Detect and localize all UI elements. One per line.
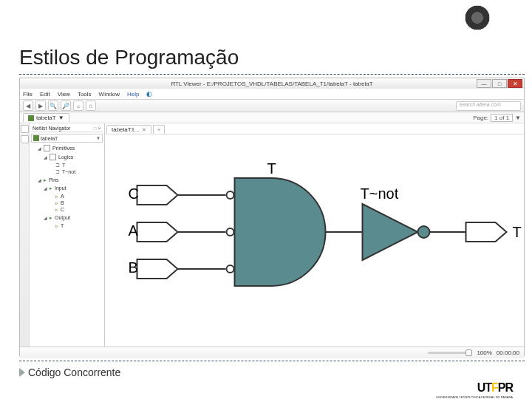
schematic-canvas[interactable]: tabelaT:t…✕ ＋ C A B — [105, 123, 524, 347]
minimize-button[interactable]: — — [477, 79, 491, 88]
svg-point-7 — [418, 226, 430, 238]
svg-point-5 — [227, 265, 234, 273]
entity-icon — [28, 115, 34, 121]
tree-item[interactable]: ▹B — [49, 200, 103, 206]
svg-point-3 — [227, 228, 234, 236]
statusbar: 100% 00:00:00 — [20, 347, 524, 358]
menu-edit[interactable]: Edit — [40, 91, 50, 98]
nav-fwd-button[interactable]: ▶ — [35, 100, 46, 111]
status-coords: 00:00:00 — [497, 349, 519, 356]
new-tab-button[interactable]: ＋ — [153, 125, 165, 134]
entity-icon — [33, 135, 39, 141]
tree-item[interactable]: ▹A — [49, 193, 103, 200]
svg-point-1 — [227, 191, 234, 199]
triangle-icon — [19, 368, 25, 377]
menubar: File Edit View Tools Window Help ◐ — [20, 89, 524, 100]
titlebar: RTL Viewer - E:/PROJETOS_VHDL/TABELAS/TA… — [20, 78, 524, 89]
input-b-label: B — [129, 259, 138, 276]
input-a-label: A — [129, 222, 139, 239]
canvas-tab[interactable]: tabelaT:t…✕ — [106, 125, 151, 134]
tree-item[interactable]: ⊐T~not — [49, 168, 103, 175]
tree-item[interactable]: ▹T — [49, 222, 103, 229]
subbar: tabelaT ▼ Page: 1 of 1 ▼ — [20, 112, 524, 123]
nav-back-button[interactable]: ◀ — [23, 100, 33, 111]
app-window: RTL Viewer - E:/PROJETOS_VHDL/TABELAS/TA… — [19, 78, 525, 356]
find-button[interactable]: ⌕ — [73, 100, 83, 111]
page-selector[interactable]: Page: 1 of 1 ▼ — [473, 114, 521, 122]
schematic-svg: C A B T — [105, 134, 524, 347]
help-icon[interactable]: ◐ — [146, 90, 152, 98]
zoom-slider[interactable] — [428, 352, 472, 354]
chevron-down-icon: ▼ — [96, 136, 100, 140]
tree-item[interactable]: ▹C — [49, 206, 103, 213]
tree-pins[interactable]: ◢▸Pins — [37, 177, 103, 183]
chevron-down-icon: ▼ — [58, 115, 64, 121]
sidebar-rail — [20, 123, 30, 347]
rail-button[interactable] — [21, 135, 29, 143]
slide-footer: Código Concorrente — [19, 366, 120, 378]
combo-entity[interactable]: tabelaT ▼ — [23, 113, 69, 122]
divider-top — [19, 74, 525, 75]
divider-bottom — [19, 361, 525, 361]
close-button[interactable]: ✕ — [508, 79, 522, 88]
slide-title: Estilos de Programação — [19, 46, 239, 69]
zoom-level: 100% — [477, 349, 491, 356]
home-button[interactable]: ⌂ — [86, 100, 96, 111]
gear-logo — [455, 0, 499, 40]
and-gate-label: T — [267, 160, 276, 177]
tree-primitives[interactable]: ◢Primitives — [37, 144, 103, 151]
tree-input[interactable]: ◢▸Input — [43, 185, 103, 191]
entity-dropdown[interactable]: tabelaT ▼ — [31, 134, 103, 143]
menu-tools[interactable]: Tools — [78, 91, 92, 98]
zoom-in-button[interactable]: 🔍 — [48, 100, 58, 111]
maximize-button[interactable]: □ — [492, 79, 507, 88]
search-input[interactable]: Search altera.com — [456, 101, 521, 111]
input-c-label: C — [129, 185, 139, 202]
chevron-down-icon: ▼ — [515, 115, 521, 121]
utfpr-logo: UTFPR — [477, 381, 513, 395]
menu-window[interactable]: Window — [99, 91, 120, 98]
output-label: T — [513, 224, 522, 240]
menu-file[interactable]: File — [23, 91, 33, 98]
panel-controls[interactable]: □ ✕ — [94, 126, 101, 131]
netlist-navigator: Netlist Navigator□ ✕ tabelaT ▼ ◢Primitiv… — [30, 123, 104, 347]
utfpr-subtitle: UNIVERSIDADE TECNOLÓGICA FEDERAL DO PARA… — [436, 395, 513, 399]
tree-item[interactable]: ⊐T — [49, 162, 103, 168]
menu-view[interactable]: View — [58, 91, 70, 98]
toolbar: ◀ ▶ 🔍 🔎 ⌕ ⌂ Search altera.com — [20, 100, 524, 112]
tree-logics[interactable]: ◢Logics — [43, 153, 103, 160]
zoom-out-button[interactable]: 🔎 — [61, 100, 71, 111]
menu-help[interactable]: Help — [127, 91, 139, 98]
sidebar: Netlist Navigator□ ✕ tabelaT ▼ ◢Primitiv… — [20, 123, 105, 347]
rail-button[interactable] — [21, 125, 29, 133]
tree-output[interactable]: ◢▸Output — [43, 214, 103, 221]
not-gate-label: T~not — [361, 185, 399, 202]
close-icon[interactable]: ✕ — [142, 127, 146, 133]
window-title: RTL Viewer - E:/PROJETOS_VHDL/TABELAS/TA… — [171, 81, 372, 87]
